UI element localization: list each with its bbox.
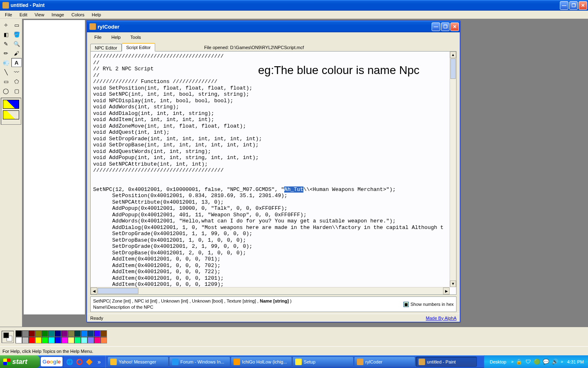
paint-titlebar[interactable]: untitled - Paint — ❐ ✕	[0, 0, 588, 11]
tray-icon[interactable]: 💬	[543, 359, 549, 365]
color-swatch[interactable]	[68, 337, 74, 343]
color-swatch[interactable]	[42, 337, 48, 343]
polygon-icon[interactable]: ⬠	[11, 77, 22, 86]
color-swatch[interactable]	[35, 337, 42, 343]
tray-icon[interactable]: 🔊	[552, 359, 558, 365]
scroll-up-icon[interactable]: ▲	[450, 52, 456, 58]
text-transparent-option[interactable]	[3, 110, 19, 119]
color-swatch[interactable]	[29, 337, 35, 343]
color-swatch[interactable]	[94, 337, 100, 343]
tray-icon[interactable]: 🟢	[534, 359, 540, 365]
scroll-down-icon[interactable]: ▼	[450, 280, 456, 287]
magnifier-icon[interactable]: 🔍	[11, 39, 22, 48]
curve-icon[interactable]: 〰	[11, 67, 22, 76]
line-icon[interactable]: ╲	[1, 67, 11, 76]
color-swatch[interactable]	[48, 337, 55, 343]
tab-script-editor[interactable]: Script Editor	[122, 43, 155, 52]
color-swatch[interactable]	[61, 337, 68, 343]
scroll-right-icon[interactable]: ▶	[443, 287, 450, 294]
color-swatch[interactable]	[100, 337, 107, 343]
color-swatch[interactable]	[16, 330, 22, 337]
menu-view[interactable]: View	[31, 11, 48, 18]
hex-checkbox[interactable]: ◼ Show numbers in hex	[403, 302, 454, 307]
airbrush-icon[interactable]: 💨	[1, 58, 11, 67]
color-swatch[interactable]	[87, 330, 94, 337]
maximize-button[interactable]: ❐	[441, 22, 450, 31]
ie-icon[interactable]: 🌐	[65, 357, 74, 366]
taskbar-button[interactable]: Setup	[292, 357, 354, 367]
picker-icon[interactable]: ✎	[1, 39, 11, 48]
eraser-icon[interactable]: ◧	[1, 30, 11, 39]
color-swatch[interactable]	[48, 330, 55, 337]
taskbar-button[interactable]: Yahoo! Messenger	[107, 357, 169, 367]
vertical-scrollbar[interactable]: ▲ ▼	[450, 52, 456, 287]
rylcoder-titlebar[interactable]: rylCoder — ❐ ✕	[87, 21, 460, 32]
color-swatch[interactable]	[16, 337, 22, 343]
google-deskbar[interactable]: Google	[41, 357, 62, 366]
fill-icon[interactable]: 🪣	[11, 30, 22, 39]
color-swatch[interactable]	[22, 337, 29, 343]
color-swatch[interactable]	[100, 330, 107, 337]
ellipse-icon[interactable]: ◯	[1, 86, 11, 95]
color-swatch[interactable]	[55, 337, 61, 343]
color-swatch[interactable]	[61, 330, 68, 337]
freeform-select-icon[interactable]: ✧	[1, 20, 11, 29]
close-button[interactable]: ✕	[450, 22, 459, 31]
color-swatch[interactable]	[42, 330, 48, 337]
taskbar-button[interactable]: Forum - Windows In...	[169, 357, 230, 367]
color-swatch[interactable]	[94, 330, 100, 337]
start-button[interactable]: start	[0, 355, 40, 368]
text-icon[interactable]: A	[11, 58, 22, 67]
menu-help[interactable]: Help	[89, 11, 105, 18]
color-swatch[interactable]	[68, 330, 74, 337]
menu-help[interactable]: Help	[107, 34, 125, 41]
taskbar-button[interactable]: rylCoder	[354, 357, 415, 367]
show-desktop[interactable]: Desktop	[490, 359, 506, 364]
chevron-right-icon[interactable]: »	[511, 359, 514, 364]
app-icon[interactable]: 🔶	[85, 357, 94, 366]
taskbar-button[interactable]: IchiGo HolLow (ichig...	[231, 357, 292, 367]
horizontal-scrollbar[interactable]: ◀ ▶	[91, 287, 450, 294]
minimize-button[interactable]: —	[560, 1, 568, 10]
color-swatch[interactable]	[29, 330, 35, 337]
tray-icon[interactable]: 🛡	[525, 359, 531, 365]
chevron-right-icon[interactable]: »	[95, 357, 104, 366]
color-swatch[interactable]	[22, 330, 29, 337]
made-by-link[interactable]: Made By AlphA	[426, 316, 457, 321]
brush-icon[interactable]: 🖌	[11, 49, 22, 58]
rect-select-icon[interactable]: ▭	[11, 20, 22, 29]
menu-file[interactable]: File	[90, 34, 106, 41]
clock[interactable]: 4:31 PM	[567, 359, 584, 364]
color-swatch[interactable]	[74, 337, 81, 343]
menu-file[interactable]: File	[2, 11, 16, 18]
code-editor[interactable]: ////////////////////////////////////////…	[91, 52, 456, 294]
canvas[interactable]	[24, 20, 85, 314]
menu-edit[interactable]: Edit	[16, 11, 31, 18]
media-icon[interactable]: ⭕	[75, 357, 84, 366]
chevron-right-icon[interactable]: »	[561, 359, 563, 364]
color-swatch[interactable]	[81, 337, 87, 343]
checkbox-icon[interactable]: ◼	[403, 302, 409, 307]
maximize-button[interactable]: ❐	[569, 1, 578, 10]
close-button[interactable]: ✕	[579, 1, 587, 10]
color-swatch[interactable]	[74, 330, 81, 337]
taskbar-button[interactable]: untitled - Paint	[416, 357, 477, 367]
scroll-thumb[interactable]	[98, 288, 138, 294]
menu-colors[interactable]: Colors	[68, 11, 88, 18]
tray-icon[interactable]: 🔒	[516, 359, 522, 365]
color-swatch[interactable]	[81, 330, 87, 337]
minimize-button[interactable]: —	[432, 22, 440, 31]
menu-tools[interactable]: Tools	[126, 34, 145, 41]
rectangle-icon[interactable]: ▭	[1, 77, 11, 86]
foreground-color-swatch[interactable]	[3, 332, 9, 338]
scroll-thumb[interactable]	[450, 58, 456, 79]
color-swatch[interactable]	[35, 330, 42, 337]
menu-image[interactable]: Image	[48, 11, 67, 18]
scroll-left-icon[interactable]: ◀	[91, 287, 97, 294]
color-swatch[interactable]	[55, 330, 61, 337]
current-colors[interactable]	[2, 331, 14, 343]
roundrect-icon[interactable]: ▢	[11, 86, 22, 95]
color-swatch[interactable]	[87, 337, 94, 343]
tab-npc-editor[interactable]: NPC Editor	[90, 44, 122, 52]
pencil-icon[interactable]: ✏	[1, 49, 11, 58]
